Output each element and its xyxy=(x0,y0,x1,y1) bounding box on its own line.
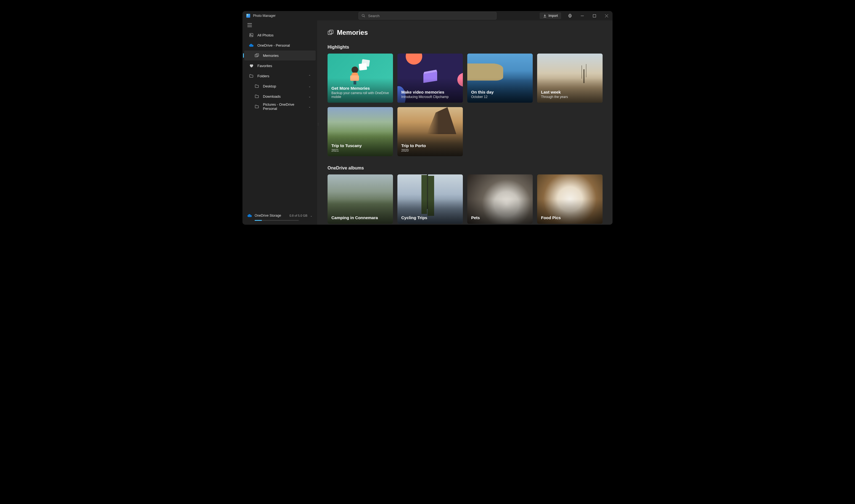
svg-point-18 xyxy=(352,67,358,73)
folder-icon xyxy=(249,74,254,78)
gear-icon xyxy=(568,14,572,18)
sidebar-item-folders[interactable]: Folders ⌃ xyxy=(244,71,316,81)
main-content: Memories Highlights xyxy=(318,20,612,225)
storage-row[interactable]: OneDrive Storage 0.8 of 5.0 GB ⌄ xyxy=(247,213,312,218)
sidebar-resize-handle[interactable]: ⋮ xyxy=(317,123,318,129)
sidebar-item-label: Folders xyxy=(257,74,269,78)
search-bar[interactable] xyxy=(359,12,496,20)
sidebar-item-label: Pictures - OneDrive Personal xyxy=(263,103,304,111)
album-card-pets[interactable]: Pets xyxy=(467,175,533,223)
sidebar-item-label: All Photos xyxy=(257,33,274,37)
import-icon xyxy=(543,14,547,18)
album-card-cycling[interactable]: Cycling Trips xyxy=(397,175,463,223)
album-card-connemara[interactable]: Camping in Connemara xyxy=(328,175,393,223)
section-highlights: Highlights xyxy=(328,45,603,50)
highlight-card-porto[interactable]: Trip to Porto 2020 xyxy=(397,107,463,156)
hamburger-button[interactable] xyxy=(243,20,317,30)
photos-icon xyxy=(249,33,254,37)
sidebar-item-favorites[interactable]: Favorites xyxy=(244,61,316,71)
sidebar-item-label: Memories xyxy=(263,54,279,58)
promo-illustration xyxy=(328,57,393,85)
highlight-card-onthisday[interactable]: On this day October 12 xyxy=(467,54,533,103)
import-label: Import xyxy=(548,14,558,18)
search-input[interactable] xyxy=(368,14,493,18)
card-subtitle: Introducing Microsoft Clipchamp xyxy=(401,95,459,99)
minimize-icon xyxy=(581,14,584,17)
decorative-blob xyxy=(397,86,406,103)
folder-icon xyxy=(255,104,259,109)
body: All Photos OneDrive - Personal Memories xyxy=(243,20,612,225)
svg-line-1 xyxy=(364,16,365,17)
card-subtitle: Backup your camera roll with OneDrive mo… xyxy=(331,91,389,99)
sidebar: All Photos OneDrive - Personal Memories xyxy=(243,20,318,225)
highlight-card-promo[interactable]: Get More Memories Backup your camera rol… xyxy=(328,54,393,103)
card-title: Trip to Tuscany xyxy=(331,143,389,148)
sidebar-item-label: OneDrive - Personal xyxy=(257,43,290,48)
card-title: Cycling Trips xyxy=(401,215,459,220)
maximize-icon xyxy=(593,14,596,17)
page-title: Memories xyxy=(337,29,368,36)
maximize-button[interactable] xyxy=(588,11,600,20)
highlight-card-tuscany[interactable]: Trip to Tuscany 2021 xyxy=(328,107,393,156)
card-title: Pets xyxy=(471,215,529,220)
svg-rect-15 xyxy=(330,30,333,34)
settings-button[interactable] xyxy=(564,11,576,20)
folder-icon xyxy=(255,94,259,98)
svg-point-2 xyxy=(570,15,571,16)
svg-rect-21 xyxy=(350,75,359,81)
card-title: Get More Memories xyxy=(331,86,389,91)
sidebar-item-label: Desktop xyxy=(263,84,276,88)
app-icon xyxy=(246,14,250,18)
card-title: Make video memories xyxy=(401,90,459,94)
storage-panel: OneDrive Storage 0.8 of 5.0 GB ⌄ xyxy=(243,210,317,225)
svg-rect-12 xyxy=(255,54,257,57)
sidebar-folder-downloads[interactable]: Downloads ⌄ xyxy=(244,91,316,101)
chevron-up-icon: ⌃ xyxy=(309,74,311,77)
svg-rect-13 xyxy=(256,54,259,56)
card-subtitle: 2020 xyxy=(401,148,459,152)
album-card-food[interactable]: Food Pics xyxy=(537,175,603,223)
app-window: Photo Manager Import xyxy=(243,11,612,225)
onedrive-icon xyxy=(249,43,254,48)
svg-point-0 xyxy=(362,14,364,17)
highlight-card-clipchamp[interactable]: Make video memories Introducing Microsof… xyxy=(397,54,463,103)
svg-rect-10 xyxy=(250,33,253,37)
highlight-card-lastweek[interactable]: Last week Through the years xyxy=(537,54,603,103)
titlebar-right: Import xyxy=(540,11,612,20)
chevron-down-icon: ⌄ xyxy=(310,214,312,217)
card-subtitle: October 12 xyxy=(471,95,529,99)
sidebar-item-all-photos[interactable]: All Photos xyxy=(244,30,316,40)
hamburger-icon xyxy=(247,23,252,27)
close-button[interactable] xyxy=(600,11,612,20)
storage-usage: 0.8 of 5.0 GB xyxy=(290,214,307,217)
minimize-button[interactable] xyxy=(576,11,588,20)
import-button[interactable]: Import xyxy=(540,13,561,19)
card-title: On this day xyxy=(471,90,529,94)
folder-icon xyxy=(255,84,259,88)
sidebar-folder-pictures[interactable]: Pictures - OneDrive Personal ⌄ xyxy=(244,102,316,111)
heart-icon xyxy=(249,64,254,68)
chevron-down-icon: ⌄ xyxy=(309,95,311,98)
card-subtitle: Through the years xyxy=(541,95,599,99)
sidebar-item-memories[interactable]: Memories xyxy=(244,51,316,60)
onedrive-icon xyxy=(247,213,252,218)
search-icon xyxy=(362,14,365,18)
card-title: Last week xyxy=(541,90,599,94)
albums-grid: Camping in Connemara Cycling Trips Pets … xyxy=(328,175,603,223)
memories-header-icon xyxy=(328,30,334,36)
nav-list: All Photos OneDrive - Personal Memories xyxy=(243,30,317,210)
svg-rect-17 xyxy=(359,63,367,71)
sidebar-folder-desktop[interactable]: Desktop ⌄ xyxy=(244,81,316,91)
storage-bar xyxy=(255,220,299,221)
card-title: Trip to Porto xyxy=(401,143,459,148)
card-title: Food Pics xyxy=(541,215,599,220)
memories-icon xyxy=(255,53,259,58)
card-subtitle: 2021 xyxy=(331,148,389,152)
sidebar-item-onedrive[interactable]: OneDrive - Personal xyxy=(244,40,316,50)
svg-rect-14 xyxy=(328,31,332,35)
svg-point-11 xyxy=(250,34,251,35)
decorative-blob xyxy=(406,54,422,65)
close-icon xyxy=(605,14,608,17)
titlebar: Photo Manager Import xyxy=(243,11,612,20)
svg-rect-4 xyxy=(593,14,596,17)
